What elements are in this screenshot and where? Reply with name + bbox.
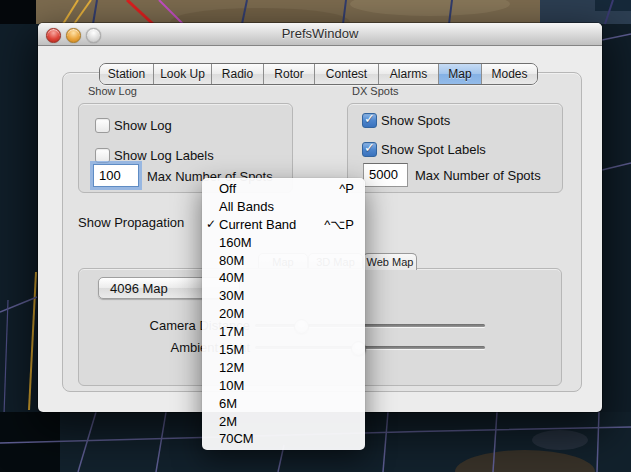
menu-item-label: All Bands bbox=[219, 199, 274, 214]
menu-item-off[interactable]: Off^P bbox=[202, 180, 365, 198]
show-log-checkbox-label: Show Log bbox=[114, 118, 172, 133]
show-spot-labels-checkbox[interactable]: ✓ bbox=[362, 142, 377, 157]
tab-look-up[interactable]: Look Up bbox=[153, 64, 211, 84]
menu-item-label: 12M bbox=[219, 360, 244, 375]
show-propagation-label: Show Propagation bbox=[78, 215, 184, 230]
menu-item-all-bands[interactable]: All Bands bbox=[202, 198, 365, 216]
dx-spots-max-spots-field[interactable]: 5000 bbox=[363, 163, 408, 187]
dx-spots-max-spots-label: Max Number of Spots bbox=[415, 168, 541, 183]
menu-item-shortcut: ^P bbox=[339, 180, 354, 198]
window-titlebar[interactable]: PrefsWindow bbox=[38, 23, 602, 46]
menu-item-label: 2M bbox=[219, 414, 237, 429]
show-log-checkbox[interactable] bbox=[95, 118, 110, 133]
menu-item-label: 15M bbox=[219, 342, 244, 357]
tab-rotor[interactable]: Rotor bbox=[263, 64, 314, 84]
menu-item-40m[interactable]: 40M bbox=[202, 269, 365, 287]
show-log-max-spots-field[interactable]: 100 bbox=[93, 164, 139, 187]
show-log-labels-checkbox-label: Show Log Labels bbox=[114, 148, 214, 163]
menu-item-label: 10M bbox=[219, 378, 244, 393]
tab-alarms[interactable]: Alarms bbox=[378, 64, 438, 84]
tab-station[interactable]: Station bbox=[100, 64, 153, 84]
menu-item-label: Off bbox=[219, 181, 236, 196]
show-log-group-title: Show Log bbox=[88, 85, 137, 97]
tab-modes[interactable]: Modes bbox=[481, 64, 537, 84]
menu-item-label: 160M bbox=[219, 235, 252, 250]
show-spot-labels-checkbox-label: Show Spot Labels bbox=[381, 142, 486, 157]
menu-item-2m[interactable]: 2M bbox=[202, 413, 365, 431]
tab-radio[interactable]: Radio bbox=[211, 64, 263, 84]
show-propagation-band-menu: Off^P All Bands ✓Current Band^⌥P 160M 80… bbox=[202, 178, 365, 450]
menu-item-20m[interactable]: 20M bbox=[202, 305, 365, 323]
show-log-labels-checkbox[interactable] bbox=[95, 148, 110, 163]
menu-item-12m[interactable]: 12M bbox=[202, 359, 365, 377]
menu-item-10m[interactable]: 10M bbox=[202, 377, 365, 395]
menu-item-160m[interactable]: 160M bbox=[202, 234, 365, 252]
show-spots-checkbox-label: Show Spots bbox=[381, 113, 450, 128]
menu-item-80m[interactable]: 80M bbox=[202, 252, 365, 270]
window-title: PrefsWindow bbox=[38, 23, 602, 45]
map-view-tab-web-map[interactable]: Web Map bbox=[363, 253, 417, 270]
menu-item-label: 70CM bbox=[219, 431, 254, 446]
menu-item-6m[interactable]: 6M bbox=[202, 395, 365, 413]
screen: { "colors": { "selected_tab_blue": "#84b… bbox=[0, 0, 631, 472]
menu-item-shortcut: ^⌥P bbox=[324, 216, 354, 234]
menu-item-label: Current Band bbox=[219, 217, 296, 232]
menu-item-17m[interactable]: 17M bbox=[202, 323, 365, 341]
menu-item-label: 80M bbox=[219, 253, 244, 268]
menu-item-label: 40M bbox=[219, 270, 244, 285]
menu-item-current-band[interactable]: ✓Current Band^⌥P bbox=[202, 216, 365, 234]
menu-item-label: 6M bbox=[219, 396, 237, 411]
menu-item-70cm[interactable]: 70CM bbox=[202, 430, 365, 448]
menu-item-label: 20M bbox=[219, 306, 244, 321]
menu-checkmark: ✓ bbox=[206, 216, 218, 234]
show-spots-checkbox[interactable]: ✓ bbox=[362, 113, 377, 128]
dx-spots-group-title: DX Spots bbox=[352, 85, 398, 97]
menu-item-label: 30M bbox=[219, 288, 244, 303]
tab-map[interactable]: Map bbox=[438, 64, 481, 84]
menu-item-15m[interactable]: 15M bbox=[202, 341, 365, 359]
prefs-tab-bar: Station Look Up Radio Rotor Contest Alar… bbox=[99, 63, 538, 85]
tab-contest[interactable]: Contest bbox=[314, 64, 378, 84]
check-icon: ✓ bbox=[364, 111, 375, 126]
check-icon: ✓ bbox=[364, 140, 375, 155]
menu-item-label: 17M bbox=[219, 324, 244, 339]
menu-item-30m[interactable]: 30M bbox=[202, 287, 365, 305]
